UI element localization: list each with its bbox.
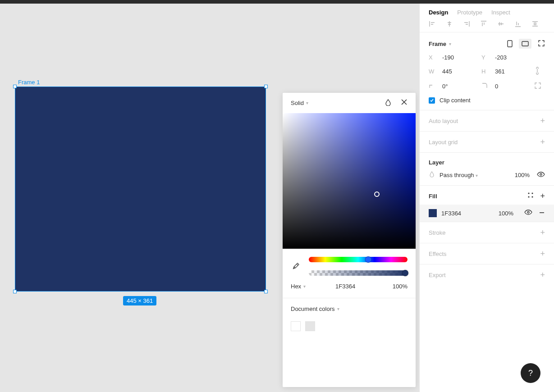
align-hcenter-icon[interactable] (446, 20, 453, 27)
visibility-icon[interactable] (537, 172, 545, 178)
paint-type-dropdown[interactable]: Solid ▾ (291, 100, 308, 106)
chevron-down-icon: ▾ (449, 41, 451, 46)
align-right-icon[interactable] (463, 20, 470, 27)
add-layout-grid-button[interactable]: + (540, 138, 545, 146)
svg-rect-1 (522, 41, 528, 46)
resize-to-fit-icon[interactable] (538, 40, 545, 48)
color-picker: Solid ▾ Hex ▾ 1F3364 100% Doc (283, 93, 416, 387)
distribute-icon[interactable] (531, 20, 539, 27)
doc-color-swatch[interactable] (305, 321, 315, 331)
color-model-dropdown[interactable]: Hex ▾ (291, 283, 306, 290)
hex-input[interactable]: 1F3364 (306, 283, 385, 290)
hex-label: Hex (291, 283, 301, 290)
y-input[interactable]: Y-203 (481, 54, 534, 61)
corner-radius-icon (481, 82, 490, 90)
dimensions-badge: 445 × 361 (123, 296, 156, 305)
orientation-portrait[interactable] (504, 39, 516, 49)
clip-content-checkbox[interactable]: Clip content (429, 97, 545, 104)
align-bottom-icon[interactable] (514, 20, 522, 27)
corner-radius-input[interactable]: 0 (481, 82, 534, 90)
style-icon[interactable] (527, 192, 534, 200)
opacity-input[interactable]: 100% (385, 283, 407, 290)
sv-cursor[interactable] (374, 191, 380, 197)
document-colors-dropdown[interactable]: Document colors ▾ (283, 298, 416, 319)
add-fill-button[interactable]: + (540, 192, 545, 200)
effects-section: Effects + (420, 243, 554, 264)
resize-handle-ne[interactable] (264, 85, 268, 88)
svg-rect-0 (508, 41, 512, 47)
tab-design[interactable]: Design (429, 9, 448, 16)
app-top-bar (0, 0, 554, 4)
width-input[interactable]: W445 (429, 68, 481, 75)
resize-handle-se[interactable] (264, 290, 268, 293)
paint-type-label: Solid (291, 100, 304, 106)
eyedropper-icon[interactable] (291, 261, 301, 271)
selected-frame[interactable] (15, 87, 266, 292)
stroke-label: Stroke (429, 229, 446, 236)
remove-fill-button[interactable] (539, 210, 545, 217)
help-button[interactable]: ? (521, 363, 540, 383)
frame-name-label[interactable]: Frame 1 (18, 79, 40, 86)
hue-slider[interactable] (309, 257, 407, 262)
fill-color-swatch[interactable] (429, 209, 437, 217)
constrain-proportions-icon[interactable] (534, 66, 545, 77)
blend-mode-icon (429, 171, 435, 179)
hue-knob[interactable] (365, 256, 371, 263)
svg-point-2 (540, 173, 542, 175)
visibility-icon[interactable] (524, 210, 532, 217)
layout-grid-section: Layout grid + (420, 132, 554, 153)
blend-mode-icon[interactable] (385, 99, 392, 108)
layer-title: Layer (429, 159, 444, 166)
svg-point-4 (532, 192, 533, 194)
frame-section: Frame ▾ X-190 Y-203 W445 H361 0° 0 Clip … (420, 32, 554, 110)
export-label: Export (429, 272, 446, 278)
orientation-landscape[interactable] (519, 39, 531, 49)
chevron-down-icon: ▾ (476, 173, 478, 178)
auto-layout-label: Auto layout (429, 118, 458, 124)
alpha-slider[interactable] (309, 270, 407, 276)
chevron-down-icon: ▾ (306, 100, 308, 105)
chevron-down-icon: ▾ (337, 306, 339, 311)
resize-handle-sw[interactable] (13, 290, 17, 293)
tab-inspect[interactable]: Inspect (491, 9, 510, 16)
svg-point-7 (527, 211, 529, 213)
frame-preset-dropdown[interactable]: Frame ▾ (429, 41, 451, 47)
properties-panel: Design Prototype Inspect Frame ▾ X-190 Y… (419, 4, 554, 392)
doc-color-swatch[interactable] (291, 321, 301, 331)
x-input[interactable]: X-190 (429, 54, 481, 61)
alpha-knob[interactable] (402, 270, 408, 276)
blend-mode-dropdown[interactable]: Pass through ▾ (440, 172, 478, 178)
effects-label: Effects (429, 251, 447, 257)
add-export-button[interactable]: + (540, 271, 545, 279)
stroke-section: Stroke + (420, 222, 554, 243)
align-top-icon[interactable] (480, 20, 487, 27)
fill-opacity-input[interactable]: 100% (499, 210, 513, 217)
layer-section: Layer Pass through ▾ 100% (420, 153, 554, 186)
rotation-icon (429, 82, 438, 90)
rotation-input[interactable]: 0° (429, 82, 481, 90)
saturation-value-field[interactable] (283, 113, 416, 249)
layer-opacity-input[interactable]: 100% (515, 172, 530, 178)
fill-item: 1F3364 100% (420, 205, 554, 222)
fill-hex-input[interactable]: 1F3364 (441, 210, 461, 217)
panel-tabs: Design Prototype Inspect (420, 4, 554, 20)
tab-prototype[interactable]: Prototype (457, 9, 482, 16)
export-section: Export + (420, 264, 554, 285)
align-left-icon[interactable] (429, 20, 436, 27)
auto-layout-section: Auto layout + (420, 110, 554, 132)
independent-corners-icon[interactable] (534, 82, 545, 91)
height-input[interactable]: H361 (481, 68, 534, 75)
add-auto-layout-button[interactable]: + (540, 117, 545, 125)
layout-grid-label: Layout grid (429, 139, 458, 146)
align-vcenter-icon[interactable] (497, 20, 504, 27)
resize-handle-nw[interactable] (13, 85, 17, 88)
svg-point-5 (528, 196, 530, 197)
add-stroke-button[interactable]: + (540, 228, 545, 237)
fill-section: Fill + 1F3364 100% (420, 186, 554, 222)
clip-content-label: Clip content (440, 97, 471, 104)
close-icon[interactable] (401, 99, 407, 107)
frame-title: Frame (429, 41, 446, 47)
add-effect-button[interactable]: + (540, 250, 545, 258)
svg-point-6 (532, 196, 533, 197)
fill-title: Fill (429, 193, 437, 200)
